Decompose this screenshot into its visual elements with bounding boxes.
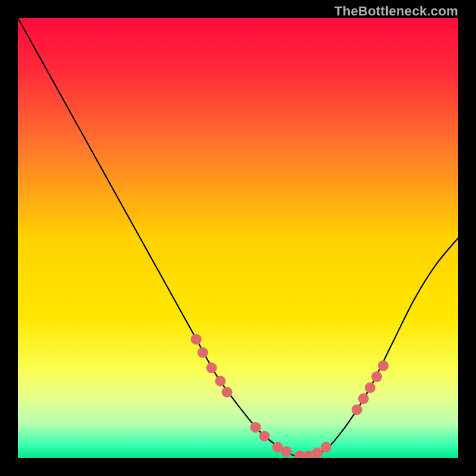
- data-marker: [352, 405, 362, 415]
- data-marker: [215, 376, 226, 387]
- plot-area: [18, 18, 458, 458]
- data-marker: [222, 387, 233, 397]
- data-marker: [281, 446, 292, 457]
- data-marker: [378, 361, 389, 371]
- data-marker: [321, 442, 331, 453]
- chart-svg: [18, 18, 458, 458]
- chart-container: TheBottleneck.com: [0, 0, 476, 476]
- data-marker: [198, 347, 208, 358]
- data-marker: [191, 334, 202, 345]
- data-marker: [312, 447, 322, 458]
- data-marker: [371, 371, 382, 382]
- data-marker: [358, 393, 369, 404]
- data-marker: [365, 383, 375, 393]
- watermark-text: TheBottleneck.com: [334, 4, 458, 19]
- gradient-background: [18, 18, 458, 458]
- data-marker: [250, 422, 261, 433]
- data-marker: [259, 431, 270, 441]
- data-marker: [206, 362, 217, 373]
